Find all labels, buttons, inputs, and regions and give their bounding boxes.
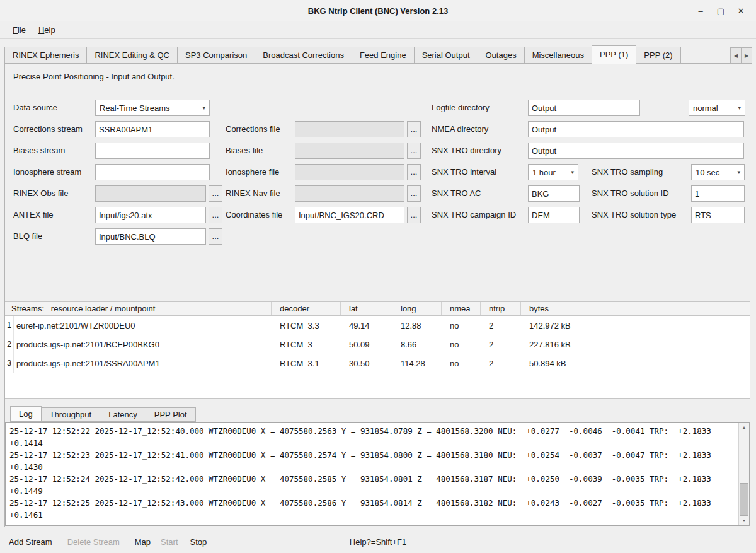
stream-bytes: 142.972 kB	[521, 321, 750, 330]
stream-row-1[interactable]: 1 euref-ip.net:2101/WTZR00DEU0 RTCM_3.3 …	[5, 316, 750, 335]
stream-ntrip: 2	[481, 340, 521, 349]
chevron-down-icon: ▾	[571, 169, 574, 175]
ionosphere-file-label: Ionosphere file	[226, 164, 279, 180]
snx-tro-solution-id-label: SNX TRO solution ID	[592, 185, 669, 202]
coordinates-file-input[interactable]	[295, 207, 404, 223]
log-verbosity-value: normal	[693, 103, 718, 113]
stream-nmea: no	[442, 340, 481, 349]
data-source-select[interactable]: Real-Time Streams ▾	[95, 100, 210, 116]
maximize-icon: ▢	[717, 6, 724, 16]
snx-tro-solution-id-input[interactable]	[691, 185, 745, 202]
tab-ppp-1[interactable]: PPP (1)	[592, 45, 636, 64]
tab-feed-engine[interactable]: Feed Engine	[352, 47, 415, 64]
tab-ppp-2[interactable]: PPP (2)	[636, 47, 680, 64]
scrollbar-thumb[interactable]	[740, 483, 748, 516]
tab-latency[interactable]: Latency	[100, 407, 146, 422]
snx-tro-solution-type-input[interactable]	[691, 207, 745, 223]
log-verbosity-select[interactable]: normal ▾	[689, 100, 745, 116]
tab-throughput[interactable]: Throughput	[41, 407, 101, 422]
stream-nmea: no	[442, 359, 481, 368]
tab-outages[interactable]: Outages	[478, 47, 525, 64]
ionosphere-stream-label: Ionosphere stream	[13, 164, 81, 180]
logfile-directory-input[interactable]	[528, 100, 640, 116]
blq-browse-button[interactable]: ...	[209, 228, 222, 245]
stream-decoder: RTCM_3.3	[272, 321, 341, 330]
tab-log[interactable]: Log	[10, 406, 42, 422]
ionosphere-file-browse-button[interactable]: ...	[407, 164, 421, 180]
tab-rinex-ephemeris[interactable]: RINEX Ephemeris	[4, 47, 87, 64]
rinex-nav-browse-button[interactable]: ...	[407, 185, 421, 202]
tab-broadcast-corrections[interactable]: Broadcast Corrections	[255, 47, 352, 64]
log-entry: 25-12-17 12:52:25 2025-12-17_12:52:43.00…	[9, 497, 736, 521]
col-header-mountpoint[interactable]: Streams: resource loader / mountpoint	[5, 302, 272, 315]
log-output[interactable]: 25-12-17 12:52:22 2025-12-17_12:52:40.00…	[5, 422, 750, 526]
menu-file[interactable]: File	[8, 23, 31, 37]
tab-miscellaneous[interactable]: Miscellaneous	[524, 47, 592, 64]
corrections-file-browse-button[interactable]: ...	[407, 121, 421, 137]
stream-long: 12.88	[392, 321, 442, 330]
snx-tro-directory-input[interactable]	[528, 143, 744, 159]
col-header-ntrip[interactable]: ntrip	[481, 302, 521, 315]
rinex-nav-file-label: RINEX Nav file	[226, 185, 280, 202]
chevron-right-icon: ▶	[745, 53, 748, 59]
antex-browse-button[interactable]: ...	[209, 207, 222, 223]
stream-mountpoint: products.igs-ip.net:2101/BCEP00BKG0	[14, 340, 272, 349]
snx-tro-directory-label: SNX TRO directory	[432, 143, 501, 159]
close-button[interactable]: ✕	[731, 6, 751, 16]
antex-file-label: ANTEX file	[13, 207, 54, 223]
col-header-nmea[interactable]: nmea	[442, 302, 481, 315]
rinex-obs-file-input	[95, 185, 206, 202]
minimize-button[interactable]: –	[690, 6, 711, 16]
snx-tro-interval-value: 1 hour	[532, 168, 556, 177]
log-entry: 25-12-17 12:52:24 2025-12-17_12:52:42.00…	[9, 473, 736, 497]
antex-file-input[interactable]	[95, 207, 206, 223]
stream-mountpoint: euref-ip.net:2101/WTZR00DEU0	[14, 321, 272, 330]
stream-mountpoint: products.igs-ip.net:2101/SSRA00APM1	[14, 359, 272, 368]
main-tab-bar: RINEX Ephemeris RINEX Editing & QC SP3 C…	[4, 45, 752, 64]
stream-row-3[interactable]: 3 products.igs-ip.net:2101/SSRA00APM1 RT…	[5, 354, 750, 373]
tab-serial-output[interactable]: Serial Output	[414, 47, 478, 64]
row-number: 1	[5, 316, 14, 335]
stream-long: 8.66	[392, 340, 442, 349]
corrections-file-label: Corrections file	[226, 121, 280, 137]
snx-tro-ac-input[interactable]	[528, 185, 580, 202]
snx-tro-interval-select[interactable]: 1 hour ▾	[528, 164, 578, 180]
rinex-obs-file-label: RINEX Obs file	[13, 185, 68, 202]
menu-help[interactable]: Help	[33, 23, 60, 37]
biases-file-browse-button[interactable]: ...	[407, 143, 421, 159]
blq-file-input[interactable]	[95, 228, 206, 245]
tab-scroll-left-button[interactable]: ◀	[730, 47, 742, 64]
biases-stream-input[interactable]	[95, 143, 210, 159]
coordinates-file-label: Coordinates file	[226, 207, 282, 223]
corrections-stream-input[interactable]	[95, 121, 210, 137]
col-header-long[interactable]: long	[392, 302, 442, 315]
snx-tro-campaign-id-input[interactable]	[528, 207, 580, 223]
bottom-tab-bar: Log Throughput Latency PPP Plot	[10, 406, 195, 422]
tab-ppp-plot[interactable]: PPP Plot	[146, 407, 196, 422]
stream-ntrip: 2	[481, 321, 521, 330]
close-icon: ✕	[738, 6, 745, 16]
data-source-value: Real-Time Streams	[100, 103, 169, 113]
col-header-lat[interactable]: lat	[341, 302, 392, 315]
snx-tro-sampling-label: SNX TRO sampling	[592, 164, 663, 180]
log-scrollbar[interactable]: ▲ ▼	[738, 423, 749, 525]
tab-sp3-comparison[interactable]: SP3 Comparison	[177, 47, 255, 64]
col-header-bytes[interactable]: bytes	[521, 302, 750, 315]
row-number: 3	[5, 354, 14, 373]
stream-row-2[interactable]: 2 products.igs-ip.net:2101/BCEP00BKG0 RT…	[5, 335, 750, 354]
scroll-down-icon[interactable]: ▼	[739, 516, 749, 525]
ppp-panel: Precise Point Positioning - Input and Ou…	[4, 63, 750, 527]
window-controls: – ▢ ✕	[690, 0, 751, 21]
coordinates-browse-button[interactable]: ...	[407, 207, 421, 223]
col-header-decoder[interactable]: decoder	[272, 302, 341, 315]
ionosphere-stream-input[interactable]	[95, 164, 210, 180]
snx-tro-sampling-select[interactable]: 10 sec ▾	[691, 164, 745, 180]
scroll-up-icon[interactable]: ▲	[739, 423, 749, 432]
rinex-obs-browse-button[interactable]: ...	[209, 185, 222, 202]
tab-rinex-editing-qc[interactable]: RINEX Editing & QC	[86, 47, 178, 64]
stream-bytes: 227.816 kB	[521, 340, 750, 349]
nmea-directory-input[interactable]	[528, 121, 744, 137]
tab-scroll-right-button[interactable]: ▶	[741, 47, 752, 64]
maximize-button[interactable]: ▢	[711, 6, 731, 16]
bnc-window: BKG Ntrip Client (BNC) Version 2.13 – ▢ …	[0, 0, 756, 553]
